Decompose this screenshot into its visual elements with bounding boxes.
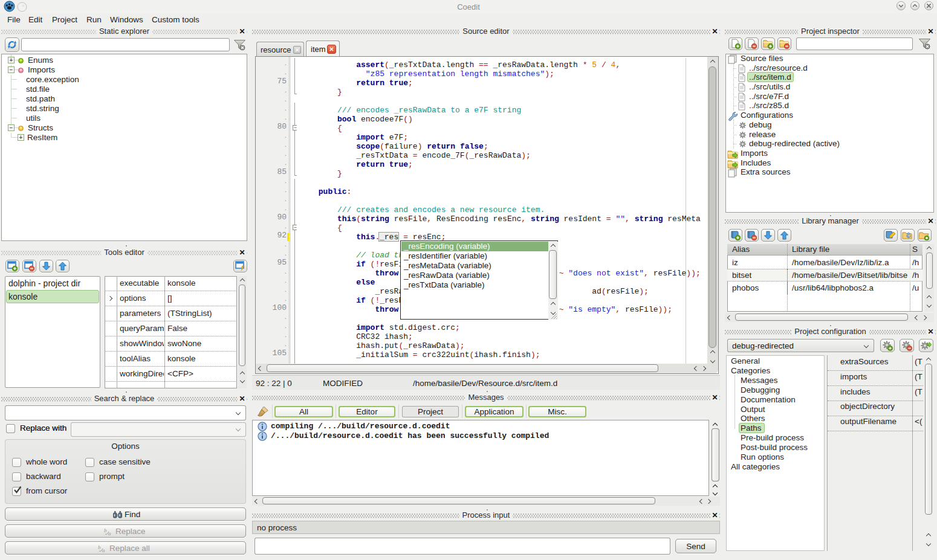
svg-text:b: b [104, 527, 107, 533]
svg-text:b: b [98, 544, 101, 550]
svg-text:a: a [108, 530, 111, 536]
svg-text:a: a [102, 547, 105, 553]
